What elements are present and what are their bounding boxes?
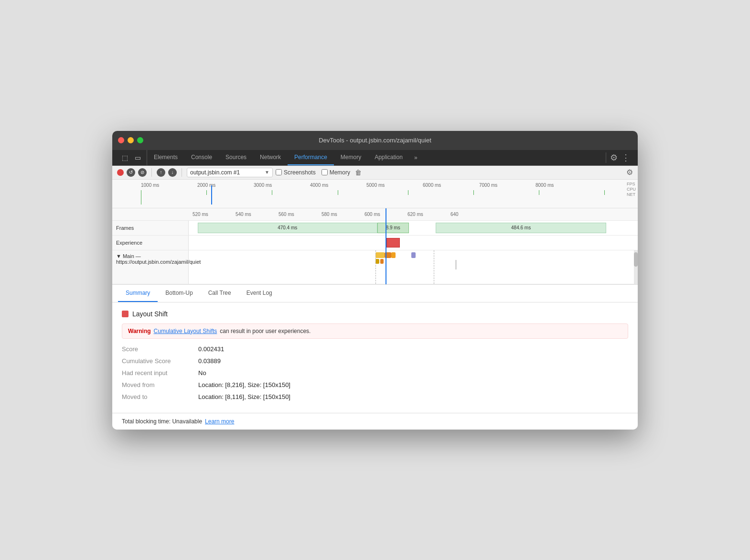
detail-ruler-row: 520 ms 540 ms 560 ms 580 ms 600 ms 620 m… bbox=[112, 208, 638, 221]
cumulative-layout-shifts-link[interactable]: Cumulative Layout Shifts bbox=[154, 328, 217, 334]
moved-to-label: Moved to bbox=[122, 393, 198, 400]
detail-ruler-labels: 520 ms 540 ms 560 ms 580 ms 600 ms 620 m… bbox=[189, 212, 638, 217]
nav-left-icons: ⬚ ▭ bbox=[116, 150, 147, 165]
screenshots-checkbox[interactable] bbox=[276, 169, 282, 175]
ruler-label-7000: 7000 ms bbox=[479, 183, 536, 188]
summary-tabs: Summary Bottom-Up Call Tree Event Log bbox=[112, 285, 638, 302]
score-value: 0.002431 bbox=[198, 345, 224, 353]
ruler-label-1000: 1000 ms bbox=[141, 183, 197, 188]
tick-5 bbox=[473, 190, 474, 195]
experience-label: Experience bbox=[112, 236, 189, 250]
tab-more[interactable]: » bbox=[409, 151, 422, 165]
ruler-label-3000: 3000 ms bbox=[254, 183, 310, 188]
dashed-line-left bbox=[375, 250, 376, 284]
memory-checkbox[interactable] bbox=[321, 169, 328, 175]
detail-label-620: 620 ms bbox=[407, 212, 450, 217]
flame-bar-3 bbox=[391, 252, 396, 258]
moved-from-value: Location: [8,216], Size: [150x150] bbox=[198, 381, 290, 388]
main-label: ▼ Main — https://output.jsbin.com/zajami… bbox=[112, 250, 189, 284]
window-title: DevTools - output.jsbin.com/zajamil/quie… bbox=[319, 137, 431, 144]
frame-bar-label-470: 470.4 ms bbox=[278, 225, 297, 230]
bottom-bar: Total blocking time: Unavailable Learn m… bbox=[112, 413, 638, 430]
layout-shift-block bbox=[386, 238, 400, 248]
tab-sources[interactable]: Sources bbox=[219, 150, 253, 165]
selection-line bbox=[211, 185, 212, 205]
score-label: Score bbox=[122, 345, 198, 353]
performance-toolbar: ↺ ⊘ ↑ ↓ output.jsbin.com #1 ▼ Screenshot… bbox=[112, 166, 638, 180]
tab-bottom-up[interactable]: Bottom-Up bbox=[158, 285, 200, 302]
traffic-lights bbox=[118, 137, 143, 143]
dashed-line-right bbox=[434, 250, 434, 284]
ruler-label-5000: 5000 ms bbox=[366, 183, 423, 188]
screenshots-checkbox-label[interactable]: Screenshots bbox=[276, 169, 316, 176]
device-icon[interactable]: ▭ bbox=[133, 153, 143, 162]
flame-bar-4 bbox=[375, 259, 379, 264]
tab-network[interactable]: Network bbox=[253, 150, 288, 165]
perf-settings-icon[interactable]: ⚙ bbox=[626, 168, 633, 177]
layout-shift-title: Layout Shift bbox=[132, 310, 168, 318]
screenshots-label: Screenshots bbox=[284, 169, 316, 176]
more-options-icon[interactable]: ⋮ bbox=[621, 152, 630, 163]
ruler-label-6000: 6000 ms bbox=[423, 183, 479, 188]
activity-line bbox=[456, 260, 456, 269]
minimize-button[interactable] bbox=[128, 137, 134, 143]
profile-select[interactable]: output.jsbin.com #1 ▼ bbox=[187, 168, 273, 177]
detail-timeline: 520 ms 540 ms 560 ms 580 ms 600 ms 620 m… bbox=[112, 208, 638, 284]
devtools-nav: ⬚ ▭ Elements Console Sources Network Per… bbox=[112, 150, 638, 166]
chevron-down-icon: ▼ bbox=[265, 170, 269, 175]
title-bar: DevTools - output.jsbin.com/zajamil/quie… bbox=[112, 131, 638, 150]
layout-shift-header: Layout Shift bbox=[122, 310, 628, 318]
detail-label-560: 560 ms bbox=[279, 212, 321, 217]
scrollbar[interactable] bbox=[634, 250, 638, 284]
tab-event-log[interactable]: Event Log bbox=[239, 285, 280, 302]
total-blocking-time-text: Total blocking time: Unavailable bbox=[122, 418, 202, 425]
memory-checkbox-label[interactable]: Memory bbox=[321, 169, 350, 176]
main-row: ▼ Main — https://output.jsbin.com/zajami… bbox=[112, 250, 638, 284]
net-label: NET bbox=[627, 192, 636, 197]
experience-content bbox=[189, 236, 638, 250]
tick-0 bbox=[141, 190, 141, 205]
clear-button[interactable]: ⊘ bbox=[138, 168, 147, 177]
close-button[interactable] bbox=[118, 137, 124, 143]
tick-6 bbox=[539, 190, 539, 195]
main-content bbox=[189, 250, 634, 284]
tick-1 bbox=[206, 190, 207, 195]
ruler-label-2000: 2000 ms bbox=[197, 183, 254, 188]
maximize-button[interactable] bbox=[137, 137, 143, 143]
trash-icon[interactable]: 🗑 bbox=[355, 169, 362, 176]
reload-button[interactable]: ↺ bbox=[127, 168, 135, 177]
tab-summary[interactable]: Summary bbox=[118, 285, 158, 302]
frame-bar-89: 8.9 ms bbox=[377, 223, 409, 233]
moved-to-row: Moved to Location: [8,116], Size: [150x1… bbox=[122, 393, 628, 400]
download-button[interactable]: ↓ bbox=[168, 168, 177, 177]
tab-memory[interactable]: Memory bbox=[334, 150, 368, 165]
cumulative-score-value: 0.03889 bbox=[198, 357, 221, 365]
moved-from-row: Moved from Location: [8,216], Size: [150… bbox=[122, 381, 628, 388]
warning-desc: can result in poor user experiences. bbox=[220, 328, 311, 334]
timeline-ruler: 1000 ms 2000 ms 3000 ms 4000 ms 5000 ms … bbox=[112, 180, 638, 208]
tab-application[interactable]: Application bbox=[368, 150, 409, 165]
inspect-icon[interactable]: ⬚ bbox=[120, 153, 130, 162]
tab-performance[interactable]: Performance bbox=[288, 150, 334, 165]
tick-2 bbox=[272, 190, 272, 195]
detail-label-520: 520 ms bbox=[193, 212, 236, 217]
experience-row: Experience bbox=[112, 236, 638, 250]
detail-label-580: 580 ms bbox=[321, 212, 364, 217]
tick-3 bbox=[338, 190, 338, 195]
warning-label: Warning bbox=[128, 328, 151, 334]
had-recent-input-row: Had recent input No bbox=[122, 369, 628, 377]
upload-button[interactable]: ↑ bbox=[157, 168, 165, 177]
tab-call-tree[interactable]: Call Tree bbox=[201, 285, 239, 302]
scrollbar-thumb[interactable] bbox=[634, 252, 638, 267]
flame-bar-6 bbox=[411, 252, 416, 258]
tab-console[interactable]: Console bbox=[184, 150, 219, 165]
nav-right: ⚙ ⋮ bbox=[606, 152, 634, 163]
settings-icon[interactable]: ⚙ bbox=[610, 152, 618, 163]
learn-more-link[interactable]: Learn more bbox=[205, 418, 234, 425]
separator-2 bbox=[182, 168, 182, 177]
summary-content: Layout Shift Warning Cumulative Layout S… bbox=[112, 302, 638, 413]
tab-elements[interactable]: Elements bbox=[147, 150, 184, 165]
cpu-label: CPU bbox=[627, 187, 636, 192]
detail-blue-line bbox=[386, 208, 386, 284]
record-button[interactable] bbox=[117, 169, 124, 176]
